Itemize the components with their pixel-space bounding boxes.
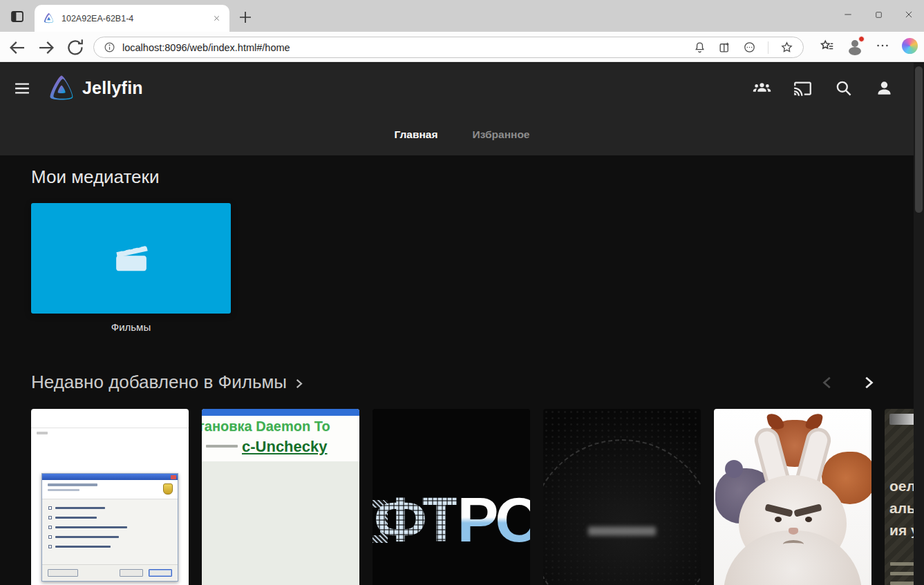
page-scrollbar[interactable] xyxy=(914,63,924,585)
decor xyxy=(202,409,359,416)
decor xyxy=(783,540,804,548)
favorites-hub-icon[interactable] xyxy=(820,38,835,53)
tab-title: 102A92EA-62B1-4 xyxy=(62,14,209,23)
jellyfin-app: Jellyfin Главная xyxy=(0,63,924,585)
library-card-movies[interactable] xyxy=(31,203,231,314)
my-media-section: Мои медиатеки Фильмы xyxy=(31,166,231,333)
search-icon[interactable] xyxy=(834,79,853,97)
site-info-icon[interactable] xyxy=(104,41,115,53)
brand-title[interactable]: Jellyfin xyxy=(82,78,143,98)
workspaces-icon[interactable] xyxy=(9,8,26,25)
profile-avatar[interactable] xyxy=(847,37,863,54)
tab-favorites[interactable]: Избранное xyxy=(473,128,530,141)
decor xyxy=(37,432,48,434)
split-screen-icon[interactable] xyxy=(718,41,731,54)
decor xyxy=(789,528,798,535)
browser-tab[interactable]: 102A92EA-62B1-4 xyxy=(35,5,229,32)
carousel-next-icon[interactable] xyxy=(860,375,876,390)
more-tools-icon[interactable] xyxy=(743,41,756,54)
installer-dialog xyxy=(41,473,178,582)
poster-logo-text: ФТРО xyxy=(374,489,530,551)
menu-hamburger-icon[interactable] xyxy=(12,79,32,98)
poster-text: тановка Daemon To xyxy=(202,419,330,434)
divider xyxy=(768,41,769,54)
carousel-prev-icon[interactable] xyxy=(820,375,836,390)
my-media-title: Мои медиатеки xyxy=(31,166,231,188)
decor xyxy=(775,517,782,522)
blurred-text xyxy=(588,526,656,535)
profile-alert-dot xyxy=(858,36,865,42)
minimize-button[interactable] xyxy=(833,0,863,29)
home-tabs: Главная Избранное xyxy=(0,113,924,155)
jellyfin-favicon xyxy=(43,12,55,24)
section-link-chevron-icon[interactable] xyxy=(293,378,305,390)
window-controls xyxy=(833,0,924,29)
recently-added-row: тановка Daemon To c-Unchecky ФТРО xyxy=(31,409,924,585)
header-actions xyxy=(753,79,903,97)
address-bar[interactable]: localhost:8096/web/index.html#/home xyxy=(93,37,804,58)
back-icon[interactable] xyxy=(7,37,28,58)
tab-close-icon[interactable] xyxy=(209,11,224,26)
browser-window: 102A92EA-62B1-4 xyxy=(0,0,924,585)
decor xyxy=(725,460,743,478)
reload-icon[interactable] xyxy=(65,37,86,58)
poster-ftpo-logo[interactable]: ФТРО xyxy=(373,409,530,585)
poster-installer-screenshot[interactable] xyxy=(31,409,189,585)
recently-added-title[interactable]: Недавно добавлено в Фильмы xyxy=(31,372,287,393)
new-tab-icon[interactable] xyxy=(237,9,254,26)
settings-more-icon[interactable] xyxy=(875,38,890,53)
user-profile-icon[interactable] xyxy=(875,79,894,97)
poster-big-buck-bunny[interactable]: Big Buck xyxy=(714,409,871,585)
carousel-arrows xyxy=(820,375,876,390)
maximize-button[interactable] xyxy=(863,0,894,29)
address-bar-actions xyxy=(693,41,793,54)
poster-daemon-tools-unchecky[interactable]: тановка Daemon To c-Unchecky xyxy=(202,409,359,585)
favorite-star-icon[interactable] xyxy=(780,41,793,54)
jellyfin-logo[interactable] xyxy=(47,74,76,103)
tab-home[interactable]: Главная xyxy=(395,128,438,141)
forward-icon[interactable] xyxy=(36,37,57,58)
dial-ring xyxy=(543,439,701,585)
copilot-icon[interactable] xyxy=(902,38,918,54)
browser-toolbar: localhost:8096/web/index.html#/home xyxy=(0,32,924,62)
notifications-bell-icon[interactable] xyxy=(693,41,706,54)
poster-dark-dial[interactable] xyxy=(543,409,701,585)
browser-tab-strip: 102A92EA-62B1-4 xyxy=(0,0,924,32)
close-button[interactable] xyxy=(894,0,924,29)
library-label[interactable]: Фильмы xyxy=(31,321,231,333)
decor xyxy=(31,428,189,428)
app-header: Jellyfin Главная xyxy=(0,63,924,155)
syncplay-groups-icon[interactable] xyxy=(753,79,771,97)
decor xyxy=(805,517,812,522)
scrollbar-thumb[interactable] xyxy=(915,66,923,213)
toolbar-right xyxy=(820,37,918,54)
recently-added-header: Недавно добавлено в Фильмы xyxy=(31,372,891,393)
decor xyxy=(206,445,238,448)
poster-text: оел xyxy=(889,478,916,495)
movie-clapper-icon xyxy=(109,236,153,280)
poster-text: c-Unchecky xyxy=(242,438,328,456)
url-text: localhost:8096/web/index.html#/home xyxy=(122,42,290,53)
cast-icon[interactable] xyxy=(793,79,812,97)
